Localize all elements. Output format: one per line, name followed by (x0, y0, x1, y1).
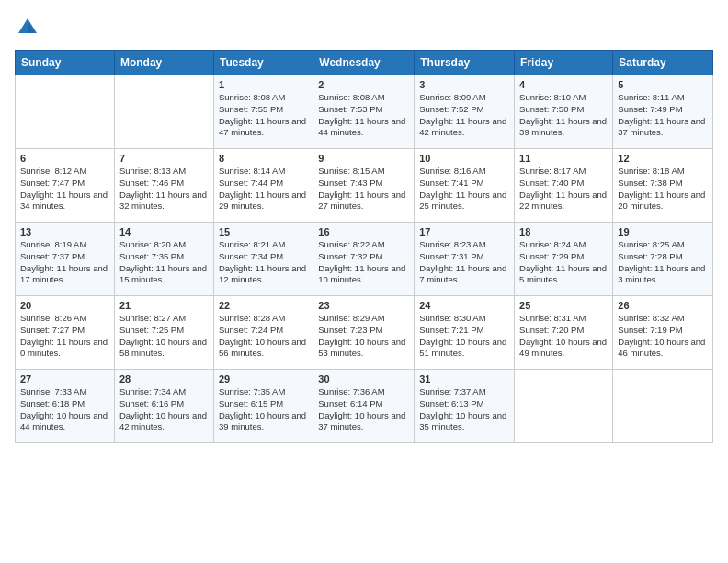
day-number: 12 (618, 153, 708, 164)
week-row-4: 20Sunrise: 8:26 AMSunset: 7:27 PMDayligh… (16, 296, 713, 370)
day-number: 9 (318, 153, 409, 164)
calendar-cell (515, 370, 613, 443)
calendar-cell: 15Sunrise: 8:21 AMSunset: 7:34 PMDayligh… (213, 223, 313, 296)
cell-content: Sunrise: 8:25 AMSunset: 7:28 PMDaylight:… (618, 239, 708, 286)
day-number: 1 (219, 79, 308, 90)
cell-content: Sunrise: 8:19 AMSunset: 7:37 PMDaylight:… (20, 239, 109, 286)
calendar-cell: 3Sunrise: 8:09 AMSunset: 7:52 PMDaylight… (415, 75, 515, 149)
cell-content: Sunrise: 8:23 AMSunset: 7:31 PMDaylight:… (419, 239, 509, 286)
calendar-cell: 20Sunrise: 8:26 AMSunset: 7:27 PMDayligh… (16, 296, 115, 370)
calendar-cell: 29Sunrise: 7:35 AMSunset: 6:15 PMDayligh… (213, 370, 313, 443)
calendar-cell: 11Sunrise: 8:17 AMSunset: 7:40 PMDayligh… (515, 149, 613, 223)
day-number: 29 (219, 373, 308, 385)
calendar-cell (16, 75, 115, 149)
day-number: 2 (318, 79, 409, 90)
calendar-cell: 27Sunrise: 7:33 AMSunset: 6:18 PMDayligh… (16, 370, 115, 443)
cell-content: Sunrise: 7:37 AMSunset: 6:13 PMDaylight:… (419, 386, 509, 433)
week-row-3: 13Sunrise: 8:19 AMSunset: 7:37 PMDayligh… (16, 223, 713, 296)
calendar-cell: 22Sunrise: 8:28 AMSunset: 7:24 PMDayligh… (213, 296, 313, 370)
cell-content: Sunrise: 8:13 AMSunset: 7:46 PMDaylight:… (119, 166, 209, 213)
cell-content: Sunrise: 8:26 AMSunset: 7:27 PMDaylight:… (20, 313, 109, 360)
day-number: 18 (519, 226, 608, 237)
calendar-cell: 25Sunrise: 8:31 AMSunset: 7:20 PMDayligh… (515, 296, 613, 370)
cell-content: Sunrise: 8:27 AMSunset: 7:25 PMDaylight:… (119, 313, 209, 360)
calendar-cell: 10Sunrise: 8:16 AMSunset: 7:41 PMDayligh… (415, 149, 515, 223)
cell-content: Sunrise: 8:20 AMSunset: 7:35 PMDaylight:… (119, 239, 209, 286)
cell-content: Sunrise: 8:31 AMSunset: 7:20 PMDaylight:… (519, 313, 608, 360)
cell-content: Sunrise: 8:15 AMSunset: 7:43 PMDaylight:… (318, 166, 409, 213)
cell-content: Sunrise: 8:18 AMSunset: 7:38 PMDaylight:… (618, 166, 708, 213)
day-number: 5 (618, 79, 708, 90)
calendar-cell (114, 75, 213, 149)
day-number: 15 (219, 226, 308, 237)
day-number: 14 (119, 226, 209, 237)
cell-content: Sunrise: 7:36 AMSunset: 6:14 PMDaylight:… (318, 386, 409, 433)
calendar-cell: 6Sunrise: 8:12 AMSunset: 7:47 PMDaylight… (16, 149, 115, 223)
calendar-cell: 19Sunrise: 8:25 AMSunset: 7:28 PMDayligh… (613, 223, 713, 296)
day-number: 8 (219, 153, 308, 164)
cell-content: Sunrise: 8:12 AMSunset: 7:47 PMDaylight:… (20, 166, 109, 213)
week-row-2: 6Sunrise: 8:12 AMSunset: 7:47 PMDaylight… (16, 149, 713, 223)
calendar-cell: 26Sunrise: 8:32 AMSunset: 7:19 PMDayligh… (613, 296, 713, 370)
calendar-cell: 12Sunrise: 8:18 AMSunset: 7:38 PMDayligh… (613, 149, 713, 223)
cell-content: Sunrise: 8:14 AMSunset: 7:44 PMDaylight:… (219, 166, 308, 213)
calendar-cell: 13Sunrise: 8:19 AMSunset: 7:37 PMDayligh… (16, 223, 115, 296)
day-header-sunday: Sunday (16, 51, 115, 75)
week-row-5: 27Sunrise: 7:33 AMSunset: 6:18 PMDayligh… (16, 370, 713, 443)
calendar-cell: 7Sunrise: 8:13 AMSunset: 7:46 PMDaylight… (114, 149, 213, 223)
calendar-cell: 23Sunrise: 8:29 AMSunset: 7:23 PMDayligh… (313, 296, 415, 370)
week-row-1: 1Sunrise: 8:08 AMSunset: 7:55 PMDaylight… (16, 75, 713, 149)
day-number: 19 (618, 226, 708, 237)
cell-content: Sunrise: 8:29 AMSunset: 7:23 PMDaylight:… (318, 313, 409, 360)
calendar-cell: 8Sunrise: 8:14 AMSunset: 7:44 PMDaylight… (213, 149, 313, 223)
day-number: 13 (20, 226, 109, 237)
calendar-cell: 2Sunrise: 8:08 AMSunset: 7:53 PMDaylight… (313, 75, 415, 149)
day-number: 4 (519, 79, 608, 90)
calendar-cell: 4Sunrise: 8:10 AMSunset: 7:50 PMDaylight… (515, 75, 613, 149)
cell-content: Sunrise: 8:24 AMSunset: 7:29 PMDaylight:… (519, 239, 608, 286)
day-header-tuesday: Tuesday (213, 51, 313, 75)
calendar-cell: 28Sunrise: 7:34 AMSunset: 6:16 PMDayligh… (114, 370, 213, 443)
day-number: 7 (119, 153, 209, 164)
day-header-saturday: Saturday (613, 51, 713, 75)
day-number: 20 (20, 300, 109, 311)
cell-content: Sunrise: 8:09 AMSunset: 7:52 PMDaylight:… (419, 92, 509, 139)
cell-content: Sunrise: 8:22 AMSunset: 7:32 PMDaylight:… (318, 239, 409, 286)
cell-content: Sunrise: 8:11 AMSunset: 7:49 PMDaylight:… (618, 92, 708, 139)
cell-content: Sunrise: 8:16 AMSunset: 7:41 PMDaylight:… (419, 166, 509, 213)
calendar-cell: 1Sunrise: 8:08 AMSunset: 7:55 PMDaylight… (213, 75, 313, 149)
cell-content: Sunrise: 7:34 AMSunset: 6:16 PMDaylight:… (119, 386, 209, 433)
day-number: 26 (618, 300, 708, 311)
day-number: 3 (419, 79, 509, 90)
calendar-cell (613, 370, 713, 443)
day-number: 21 (119, 300, 209, 311)
cell-content: Sunrise: 8:21 AMSunset: 7:34 PMDaylight:… (219, 239, 308, 286)
day-number: 10 (419, 153, 509, 164)
day-number: 22 (219, 300, 308, 311)
cell-content: Sunrise: 8:08 AMSunset: 7:53 PMDaylight:… (318, 92, 409, 139)
calendar-cell: 9Sunrise: 8:15 AMSunset: 7:43 PMDaylight… (313, 149, 415, 223)
calendar-table: SundayMondayTuesdayWednesdayThursdayFrid… (15, 50, 713, 443)
cell-content: Sunrise: 8:30 AMSunset: 7:21 PMDaylight:… (419, 313, 509, 360)
logo (15, 15, 44, 40)
cell-content: Sunrise: 8:08 AMSunset: 7:55 PMDaylight:… (219, 92, 308, 139)
page-header (15, 15, 713, 40)
day-number: 17 (419, 226, 509, 237)
day-header-thursday: Thursday (415, 51, 515, 75)
day-number: 27 (20, 373, 109, 385)
day-header-monday: Monday (114, 51, 213, 75)
day-number: 24 (419, 300, 509, 311)
day-number: 23 (318, 300, 409, 311)
day-number: 11 (519, 153, 608, 164)
day-header-wednesday: Wednesday (313, 51, 415, 75)
day-number: 28 (119, 373, 209, 385)
day-number: 31 (419, 373, 509, 385)
cell-content: Sunrise: 8:32 AMSunset: 7:19 PMDaylight:… (618, 313, 708, 360)
logo-icon (15, 15, 40, 40)
cell-content: Sunrise: 7:33 AMSunset: 6:18 PMDaylight:… (20, 386, 109, 433)
cell-content: Sunrise: 7:35 AMSunset: 6:15 PMDaylight:… (219, 386, 308, 433)
calendar-cell: 17Sunrise: 8:23 AMSunset: 7:31 PMDayligh… (415, 223, 515, 296)
cell-content: Sunrise: 8:17 AMSunset: 7:40 PMDaylight:… (519, 166, 608, 213)
calendar-cell: 16Sunrise: 8:22 AMSunset: 7:32 PMDayligh… (313, 223, 415, 296)
day-number: 30 (318, 373, 409, 385)
